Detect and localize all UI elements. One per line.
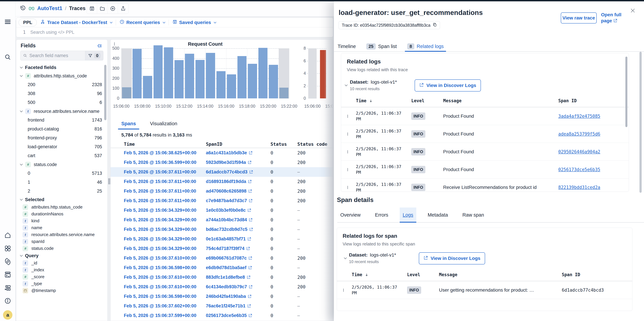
collapse-panel-icon[interactable] (97, 43, 102, 48)
close-icon[interactable] (630, 8, 635, 13)
col-time[interactable]: Time (110, 142, 206, 147)
log-spanid-link[interactable]: 3ada4af92e475085 (558, 114, 629, 119)
table-row[interactable]: Feb 5, 2026 @ 15:06:36.598+00:00246bd42f… (110, 292, 333, 301)
gear-icon[interactable] (4, 258, 12, 265)
selected-field-kind[interactable]: tkind (16, 217, 103, 224)
selected-field-status.code[interactable]: #status.code (16, 245, 103, 252)
table-row[interactable]: Feb 5, 2026 @ 15:06:37.602+00:0076ac6e1f… (110, 301, 333, 311)
time-link[interactable]: Feb 5, 2026 @ 15:06:36.599+00:00 (124, 160, 196, 165)
log-row[interactable]: 2/5/2026, 11:06:37PMINFOProduct Found029… (341, 143, 629, 161)
table-row[interactable]: Feb 5, 2026 @ 15:06:37.599+00:000256173d… (110, 311, 333, 320)
spanid-link[interactable]: 5923d9be3d1f594a (206, 160, 252, 165)
col-message[interactable]: Message (439, 272, 562, 277)
field-search[interactable] (20, 51, 85, 61)
col-level[interactable]: Level (411, 98, 443, 103)
query-field-_score[interactable]: #_score (16, 273, 103, 280)
log-row[interactable]: 2/5/2026, 11:06:37PMINFOReceive ListReco… (341, 178, 629, 192)
spanid-link[interactable]: a744a10b4bc73d84 (206, 217, 252, 222)
facet-value[interactable]: 5006 (16, 98, 103, 107)
recent-queries-menu[interactable]: Recent queries (120, 20, 165, 25)
log-spanid-link[interactable]: 0295026446a904a2 (558, 149, 629, 154)
spanid-link[interactable]: 883dfc1e1d8efbe8 (206, 275, 250, 280)
spanid-link[interactable]: 6c4134edb93b79c7 (206, 284, 252, 289)
tab-visualization[interactable]: Visualization (147, 120, 180, 129)
panel-resizer-handle[interactable] (108, 178, 110, 184)
spanid-link[interactable]: d16893186df19dda (206, 179, 252, 184)
selected-field-spanId[interactable]: tspanId (16, 238, 103, 245)
table-row[interactable]: Feb 5, 2026 @ 15:06:34.329+00:000e1c63ab… (110, 234, 333, 244)
home-icon[interactable] (4, 232, 12, 239)
facet-value[interactable]: 2002328 (16, 80, 103, 89)
time-link[interactable]: Feb 5, 2026 @ 15:06:37.599+00:00 (124, 313, 196, 318)
table-row[interactable]: Feb 5, 2026 @ 15:06:37.610+00:00e69b0667… (110, 253, 333, 263)
table-row[interactable]: Feb 5, 2026 @ 15:06:38.625+00:00a6a1c431… (110, 148, 333, 158)
facet-field-status.code[interactable]: #status.code (16, 160, 103, 169)
spanid-link[interactable]: e6db9d78d1ba5aef (206, 265, 252, 270)
table-row[interactable]: Feb 5, 2026 @ 15:06:37.611+00:00d1689318… (110, 177, 333, 186)
open-button[interactable] (97, 4, 108, 14)
spanid-link[interactable]: 246bd42fa4190aba (206, 294, 252, 299)
time-link[interactable]: Feb 5, 2026 @ 15:06:37.610+00:00 (124, 284, 196, 289)
spanid-link[interactable]: a6a1c431a1b5db3e (206, 150, 252, 155)
col-spanid[interactable]: SpanID (206, 142, 270, 147)
time-link[interactable]: Feb 5, 2026 @ 15:06:34.329+00:00 (124, 217, 196, 222)
span-details-tab-overview[interactable]: Overview (337, 207, 364, 222)
expand-row-icon[interactable] (343, 288, 344, 292)
log-row[interactable]: 2/5/2026, 11:06:37PMINFOUser getting rec… (337, 281, 632, 299)
open-full-page-link[interactable]: Open full page (601, 12, 621, 24)
time-link[interactable]: Feb 5, 2026 @ 15:06:37.610+00:00 (124, 275, 196, 280)
col-time[interactable]: Time (356, 98, 411, 103)
selected-field-attributes.http.status_code[interactable]: #attributes.http.status_code (16, 204, 103, 210)
log-spanid-link[interactable]: 822139bdd31ced2a (558, 185, 629, 190)
history-icon[interactable] (20, 5, 26, 12)
col-status[interactable]: Status (270, 142, 297, 147)
log-row[interactable]: 2/5/2026, 11:06:37PMINFOProduct Foundade… (341, 125, 629, 143)
spanid-link[interactable]: 6d1adccb77c4bcd3 (206, 169, 253, 175)
table-row[interactable]: Feb 5, 2026 @ 15:06:37.611+00:006d1adccb… (110, 167, 333, 177)
col-time[interactable]: Time (352, 272, 407, 277)
field-filter-button[interactable]: 0 (85, 51, 103, 61)
table-row[interactable]: Feb 5, 2026 @ 15:06:36.598+00:00e6db9d78… (110, 263, 333, 272)
tab-related-logs[interactable]: 8 Related logs (406, 41, 445, 51)
time-link[interactable]: Feb 5, 2026 @ 15:06:34.329+00:00 (124, 227, 196, 232)
table-row[interactable]: Feb 5, 2026 @ 15:06:37.595+00:00723531d4… (110, 320, 333, 321)
table-row[interactable]: Feb 5, 2026 @ 15:06:34.329+00:00754c4d71… (110, 244, 333, 253)
col-spanid[interactable]: Span ID (558, 98, 629, 103)
spanid-link[interactable]: bd6ac732cdb9d7c5 (206, 227, 253, 232)
query-field-_id[interactable]: t_id (16, 259, 103, 266)
log-spanid-link[interactable]: adea8a253799f5d6 (558, 131, 629, 137)
time-link[interactable]: Feb 5, 2026 @ 15:06:34.329+00:00 (124, 236, 196, 241)
selected-field-durationInNanos[interactable]: #durationInNanos (16, 210, 103, 217)
facet-value[interactable]: 05713 (16, 169, 103, 178)
expand-row-icon[interactable] (348, 115, 348, 118)
spanid-link[interactable]: 0e1c63ab4857bf71 (206, 236, 251, 242)
facet-value[interactable]: frontend1743 (16, 116, 103, 125)
search-icon[interactable] (4, 53, 12, 61)
col-spanid[interactable]: Span ID (562, 272, 632, 277)
time-link[interactable]: Feb 5, 2026 @ 15:06:37.610+00:00 (124, 255, 196, 260)
menu-icon[interactable] (4, 18, 12, 26)
query-editor[interactable]: 1 Search using </> PPL (16, 27, 333, 37)
col-status-code[interactable]: Status code (297, 142, 333, 147)
span-details-tab-logs[interactable]: Logs (400, 207, 416, 222)
time-link[interactable]: Feb 5, 2026 @ 15:06:37.611+00:00 (124, 169, 196, 174)
query-field-@timestamp[interactable]: @timestamp (16, 287, 103, 294)
add-panel-icon[interactable] (4, 284, 12, 291)
flyout-scrollbar[interactable] (640, 52, 642, 193)
breadcrumb-app-link[interactable]: AutoTest1 (37, 5, 62, 12)
table-row[interactable]: Feb 5, 2026 @ 15:06:36.599+00:005923d9be… (110, 158, 333, 167)
new-button[interactable] (108, 4, 118, 14)
info-icon[interactable] (4, 297, 12, 304)
chevron-down-icon[interactable] (345, 83, 348, 86)
query-field-_index[interactable]: t_index (16, 266, 103, 273)
apps-icon[interactable] (4, 245, 12, 252)
log-row[interactable]: 2/5/2026, 11:06:37PMINFOProduct Found025… (341, 161, 629, 178)
spanid-link[interactable]: 1e0c03b3ef0b0e8c (206, 208, 251, 213)
expand-row-icon[interactable] (348, 168, 348, 171)
time-link[interactable]: Feb 5, 2026 @ 15:06:36.598+00:00 (124, 294, 196, 299)
section-query-fields[interactable]: Query (16, 252, 103, 259)
copy-icon[interactable] (433, 23, 437, 28)
facet-value[interactable]: 146 (16, 178, 103, 187)
view-in-discover-button[interactable]: View in Discover Logs (419, 252, 485, 264)
tab-spans[interactable]: Spans (118, 120, 139, 129)
